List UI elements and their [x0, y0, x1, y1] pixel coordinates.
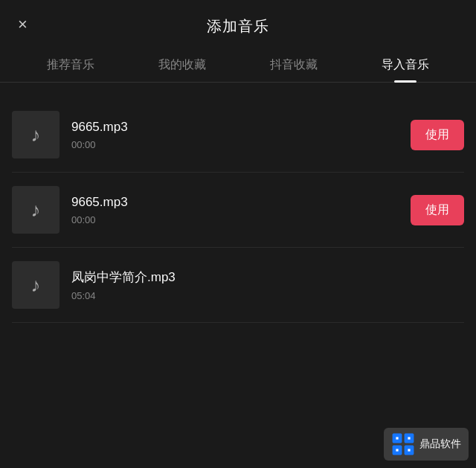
svg-rect-7	[408, 449, 410, 451]
music-duration: 00:00	[71, 139, 402, 150]
music-duration: 00:00	[71, 214, 402, 225]
page-title: 添加音乐	[207, 16, 269, 36]
music-duration: 05:04	[71, 290, 464, 301]
music-list: ♪ 9665.mp3 00:00 使用 ♪ 9665.mp3 00:00 使用 …	[0, 90, 476, 330]
svg-rect-4	[396, 437, 398, 439]
music-thumbnail: ♪	[12, 186, 60, 234]
list-item: ♪ 9665.mp3 00:00 使用	[12, 173, 464, 248]
music-name: 9665.mp3	[71, 120, 402, 135]
music-name: 凤岗中学简介.mp3	[71, 269, 464, 286]
tab-import[interactable]: 导入音乐	[382, 57, 429, 82]
music-info: 9665.mp3 00:00	[71, 120, 402, 150]
tab-favorites[interactable]: 我的收藏	[158, 57, 206, 82]
brand-logo-icon	[391, 432, 415, 456]
music-info: 凤岗中学简介.mp3 05:04	[71, 269, 464, 301]
close-button[interactable]: ×	[18, 16, 28, 33]
music-thumbnail: ♪	[12, 261, 60, 309]
tab-douyin[interactable]: 抖音收藏	[270, 57, 318, 82]
list-item: ♪ 凤岗中学简介.mp3 05:04	[12, 248, 464, 323]
music-note-icon: ♪	[31, 274, 41, 297]
brand-name: 鼎品软件	[419, 437, 461, 451]
music-note-icon: ♪	[31, 124, 41, 147]
tab-recommended[interactable]: 推荐音乐	[47, 57, 94, 82]
svg-rect-5	[408, 437, 410, 439]
music-thumbnail: ♪	[12, 111, 60, 158]
svg-rect-6	[396, 449, 398, 451]
tab-bar: 推荐音乐 我的收藏 抖音收藏 导入音乐	[0, 48, 476, 83]
list-item: ♪ 9665.mp3 00:00 使用	[12, 97, 464, 173]
music-note-icon: ♪	[31, 199, 41, 222]
use-button[interactable]: 使用	[411, 195, 464, 225]
music-name: 9665.mp3	[71, 195, 402, 210]
music-info: 9665.mp3 00:00	[71, 195, 402, 225]
header: × 添加音乐	[0, 0, 476, 48]
watermark: 鼎品软件	[384, 428, 469, 461]
use-button[interactable]: 使用	[411, 120, 464, 150]
